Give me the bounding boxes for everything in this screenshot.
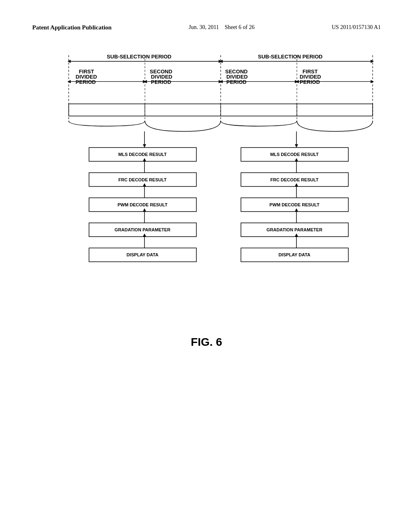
mls-decode-left: MLS DECODE RESULT [118, 152, 167, 157]
page: Patent Application Publication Jun. 30, … [0, 0, 413, 532]
publication-title: Patent Application Publication [32, 24, 112, 31]
svg-marker-42 [143, 233, 146, 237]
second-divided-period-label-r3: PERIOD [226, 79, 246, 85]
svg-marker-55 [295, 233, 298, 237]
display-data-right: DISPLAY DATA [279, 252, 311, 257]
gradation-param-left: GRADATION PARAMETER [115, 227, 170, 232]
pwm-decode-left: PWM DECODE RESULT [117, 202, 167, 207]
svg-marker-49 [295, 183, 298, 187]
svg-marker-15 [144, 80, 147, 83]
publication-number: US 2011/0157130 A1 [332, 24, 381, 31]
sheet-number: Sheet 6 of 26 [225, 24, 254, 30]
svg-marker-22 [371, 80, 374, 83]
svg-marker-6 [67, 60, 71, 63]
svg-marker-10 [371, 60, 374, 63]
svg-marker-21 [296, 80, 299, 83]
figure-label: FIG. 6 [32, 336, 381, 349]
display-data-left: DISPLAY DATA [127, 252, 159, 257]
sub-selection-label-right: SUB-SELECTION PERIOD [258, 54, 323, 60]
diagram-area: text { font-family: Arial, Helvetica, sa… [32, 47, 381, 365]
svg-marker-46 [295, 158, 298, 161]
diagram-svg: text { font-family: Arial, Helvetica, sa… [32, 47, 381, 363]
frc-decode-right: FRC DECODE RESULT [270, 177, 319, 182]
svg-marker-33 [143, 158, 146, 161]
pwm-decode-right: PWM DECODE RESULT [269, 202, 319, 207]
publication-date: Jun. 30, 2011 [189, 24, 219, 30]
svg-marker-36 [143, 183, 146, 187]
svg-marker-30 [295, 144, 298, 148]
mls-decode-right: MLS DECODE RESULT [270, 152, 319, 157]
frc-decode-left: FRC DECODE RESULT [119, 177, 167, 182]
first-divided-period-label-3: PERIOD [75, 79, 96, 85]
page-header: Patent Application Publication Jun. 30, … [32, 24, 381, 31]
svg-marker-39 [143, 208, 146, 212]
svg-marker-18 [219, 80, 223, 83]
gradation-param-right: GRADATION PARAMETER [267, 227, 322, 232]
svg-marker-9 [219, 60, 223, 63]
sub-selection-label-left: SUB-SELECTION PERIOD [107, 54, 171, 60]
publication-date-sheet: Jun. 30, 2011 Sheet 6 of 26 [189, 24, 254, 31]
second-divided-period-label-3: PERIOD [151, 79, 171, 85]
svg-marker-12 [67, 80, 71, 83]
svg-marker-52 [295, 208, 298, 212]
svg-marker-28 [143, 144, 146, 148]
first-divided-period-label-r3: PERIOD [300, 79, 320, 85]
